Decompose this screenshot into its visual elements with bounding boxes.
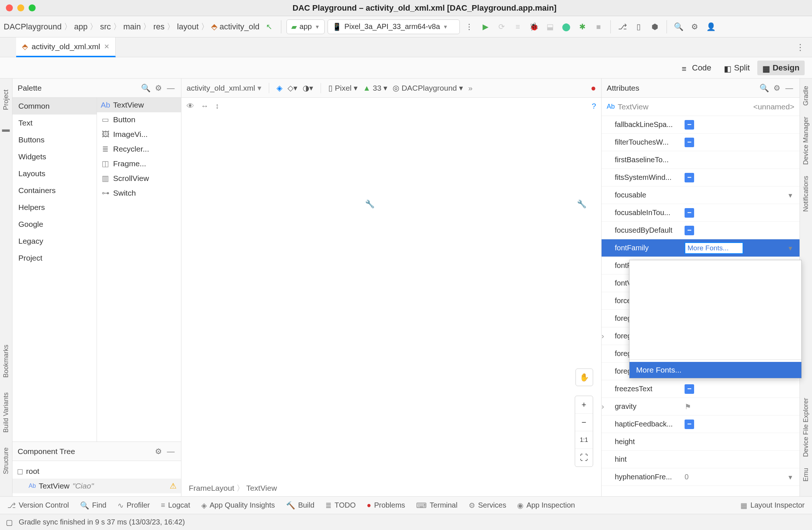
font-option-serif[interactable]: serif <box>629 260 801 276</box>
ds-file[interactable]: activity_old_xml.xml ▾ <box>187 84 261 92</box>
rail-device-file-explorer[interactable]: Device File Explorer <box>802 398 810 457</box>
zoom-fit-button[interactable]: ⛶ <box>575 449 593 467</box>
pcat-widgets[interactable]: Widgets <box>12 148 97 165</box>
close-tab-icon[interactable]: ✕ <box>104 43 109 51</box>
rail-gradle[interactable]: Gradle <box>802 86 810 106</box>
bb-services[interactable]: ⚙Services <box>469 501 506 510</box>
pitem-switch[interactable]: ⊶Switch <box>97 186 181 200</box>
stop2-icon[interactable]: ■ <box>592 20 605 33</box>
warning-icon[interactable]: ⚠ <box>170 482 177 490</box>
bb-terminal[interactable]: ⌨Terminal <box>416 501 458 510</box>
attr-row-hint[interactable]: hint <box>602 451 800 468</box>
pcat-google[interactable]: Google <box>12 216 97 233</box>
search-icon[interactable]: 🔍 <box>672 20 685 33</box>
pitem-scrollview[interactable]: ▥ScrollView <box>97 171 181 186</box>
bb-profiler[interactable]: ∿Profiler <box>118 501 150 510</box>
sync-icon[interactable]: ↖ <box>263 20 276 33</box>
attr-row-freezesText[interactable]: freezesText− <box>602 380 800 398</box>
pan-tool-button[interactable]: ✋ <box>575 369 593 386</box>
attr-value[interactable]: ▾ <box>682 191 800 200</box>
attr-row-firstBaselineTo[interactable]: firstBaselineTo... <box>602 151 800 169</box>
pcat-text[interactable]: Text <box>12 115 97 131</box>
dropdown-icon[interactable]: ▾ <box>788 191 792 200</box>
checkbox-indeterminate-icon[interactable]: − <box>685 226 694 235</box>
crumb-1[interactable]: app <box>74 22 88 32</box>
module-selector[interactable]: ▰ app ▼ <box>286 19 325 34</box>
expand-icon[interactable]: › <box>602 332 608 340</box>
attr-row-filterTouchesW[interactable]: filterTouchesW...− <box>602 134 800 151</box>
ds-layers-icon[interactable]: ◈ <box>277 84 282 92</box>
font-option-cursive[interactable]: cursive <box>629 325 801 341</box>
font-option-sans-serif-smallcaps[interactable]: sans-serif-smallcaps <box>629 341 801 357</box>
kebab-icon[interactable]: ⋮ <box>463 20 476 33</box>
minimize-window[interactable] <box>17 4 24 11</box>
maximize-window[interactable] <box>29 4 36 11</box>
ds-theme[interactable]: ◎ DACPlayground ▾ <box>393 84 463 92</box>
bb-vcs[interactable]: ⎇Version Control <box>7 501 69 510</box>
bb-app-inspection[interactable]: ◉App Inspection <box>517 501 575 510</box>
attr-value[interactable]: − <box>682 226 800 235</box>
pcat-containers[interactable]: Containers <box>12 182 97 199</box>
view-design-button[interactable]: ▦Design <box>757 61 805 75</box>
attr-value[interactable]: − <box>682 120 800 130</box>
status-icon[interactable]: ▢ <box>6 518 13 527</box>
zoom-100-button[interactable]: 1:1 <box>575 431 593 449</box>
palette-settings-icon[interactable]: ⚙ <box>153 83 163 93</box>
pcat-layouts[interactable]: Layouts <box>12 165 97 182</box>
palette-collapse-icon[interactable]: — <box>166 83 176 93</box>
rail-emulator[interactable]: Emu <box>802 468 810 482</box>
zoom-in-button[interactable]: + <box>575 396 593 414</box>
pitem-imageview[interactable]: 🖼ImageVi... <box>97 127 181 142</box>
pcat-legacy[interactable]: Legacy <box>12 233 97 250</box>
attach-debugger-icon[interactable]: ⬓ <box>544 20 557 33</box>
attr-value[interactable]: − <box>682 173 800 182</box>
rail-structure[interactable]: Structure <box>2 447 10 474</box>
tabs-menu-icon[interactable]: ⋮ <box>788 42 812 52</box>
view-code-button[interactable]: ≡Code <box>676 61 717 75</box>
folder-icon[interactable]: ▬ <box>2 125 10 133</box>
attr-value[interactable]: − <box>682 384 800 394</box>
pcat-common[interactable]: Common <box>12 98 97 115</box>
ds-night-icon[interactable]: ◑▾ <box>303 84 313 92</box>
rail-build-variants[interactable]: Build Variants <box>2 392 10 433</box>
attr-collapse-icon[interactable]: — <box>784 83 794 93</box>
stop-icon[interactable]: ✱ <box>576 20 589 33</box>
ct-textview[interactable]: Ab TextView "Ciao" ⚠ <box>12 479 181 493</box>
crumb-5[interactable]: layout <box>177 22 199 32</box>
attr-row-fontFamily[interactable]: fontFamily▾serifmonospaceserif-monospace… <box>602 239 800 257</box>
run-debug-icon[interactable]: ⟳ <box>495 20 508 33</box>
device-selector[interactable]: 📱 Pixel_3a_API_33_arm64-v8a ▼ <box>328 19 460 34</box>
expand-icon[interactable]: › <box>602 402 608 411</box>
bb-build[interactable]: 🔨Build <box>286 501 314 510</box>
coverage-icon[interactable]: ≡ <box>511 20 524 33</box>
crumb-3[interactable]: main <box>123 22 141 32</box>
pitem-textview[interactable]: AbTextView <box>97 98 181 112</box>
attr-row-gravity[interactable]: ›gravity⚑ <box>602 398 800 415</box>
font-option-more-fonts[interactable]: More Fonts... <box>629 362 801 378</box>
bb-quality[interactable]: ◈App Quality Insights <box>201 501 275 510</box>
attr-value[interactable]: ▾serifmonospaceserif-monospacecasualcurs… <box>682 242 800 254</box>
attr-row-height[interactable]: height <box>602 433 800 451</box>
pcat-project[interactable]: Project <box>12 250 97 266</box>
ds-device[interactable]: ▯ Pixel ▾ <box>328 84 358 92</box>
ds-more[interactable]: » <box>468 84 473 92</box>
rail-project[interactable]: Project <box>2 90 10 110</box>
tab-activity-old-xml[interactable]: ⬘ activity_old_xml.xml ✕ <box>16 37 116 57</box>
view-split-button[interactable]: ◧Split <box>719 61 755 75</box>
rail-device-manager[interactable]: Device Manager <box>802 117 810 165</box>
attr-row-fitsSystemWind[interactable]: fitsSystemWind...− <box>602 169 800 186</box>
pcat-buttons[interactable]: Buttons <box>12 131 97 148</box>
crumb-0[interactable]: DACPlayground <box>4 22 62 32</box>
font-option-casual[interactable]: casual <box>629 309 801 325</box>
font-option-monospace[interactable]: monospace <box>629 276 801 293</box>
bb-problems[interactable]: ●Problems <box>367 501 405 509</box>
arrows-icon[interactable]: ↔ <box>201 102 209 110</box>
checkbox-indeterminate-icon[interactable]: − <box>685 420 694 429</box>
attr-row-focusableInTou[interactable]: focusableInTou...− <box>602 204 800 222</box>
sdk-icon[interactable]: ⬢ <box>648 20 661 33</box>
checkbox-indeterminate-icon[interactable]: − <box>685 120 694 130</box>
checkbox-indeterminate-icon[interactable]: − <box>685 173 694 182</box>
font-option-serif-monospace[interactable]: serif-monospace <box>629 293 801 309</box>
attr-row-focusable[interactable]: focusable▾ <box>602 186 800 204</box>
bb-layout-inspector[interactable]: ▦Layout Inspector <box>740 501 805 510</box>
